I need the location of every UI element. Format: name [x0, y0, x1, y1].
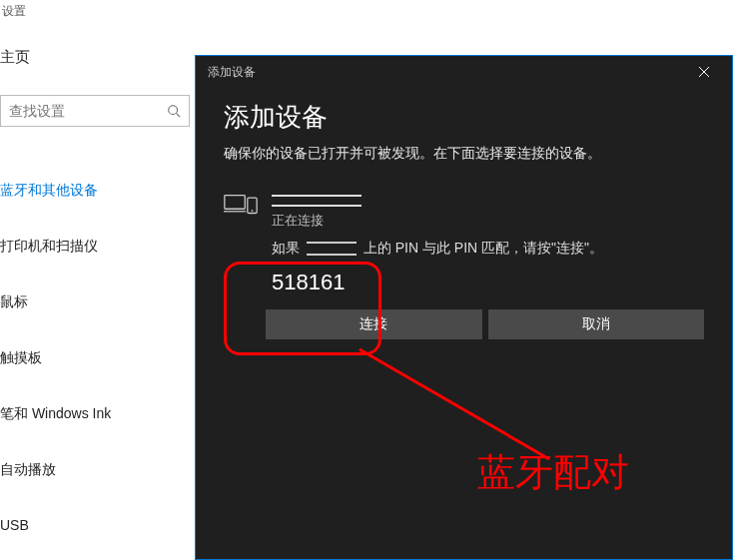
devices-icon	[224, 193, 258, 217]
dialog-titlebar: 添加设备	[196, 56, 732, 88]
device-row: 正在连接 如果 上的 PIN 与此 PIN 匹配，请按"连接"。 518161 …	[224, 191, 704, 339]
sidebar-item-printers[interactable]: 打印机和扫描仪	[0, 226, 200, 268]
pin-prompt: 如果 上的 PIN 与此 PIN 匹配，请按"连接"。	[272, 240, 704, 258]
svg-point-7	[252, 210, 254, 212]
redacted-text	[272, 197, 362, 205]
device-status: 正在连接	[272, 212, 704, 230]
svg-point-0	[169, 106, 178, 115]
app-label: 设置	[2, 3, 26, 20]
sidebar-item-usb[interactable]: USB	[0, 505, 200, 545]
pin-code: 518161	[272, 270, 704, 295]
sidebar-item-bluetooth[interactable]: 蓝牙和其他设备	[0, 170, 200, 212]
svg-line-1	[177, 114, 181, 118]
search-box[interactable]	[0, 95, 190, 127]
home-nav[interactable]: 主页	[0, 48, 30, 67]
sidebar-item-autoplay[interactable]: 自动播放	[0, 449, 200, 491]
close-icon	[698, 66, 710, 78]
cancel-button[interactable]: 取消	[488, 309, 705, 339]
dialog-titlebar-text: 添加设备	[208, 64, 256, 81]
redacted-text	[307, 242, 357, 256]
sidebar-item-touchpad[interactable]: 触摸板	[0, 337, 200, 379]
svg-rect-4	[225, 196, 245, 210]
sidebar-item-mouse[interactable]: 鼠标	[0, 281, 200, 323]
add-device-dialog: 添加设备 添加设备 确保你的设备已打开并可被发现。在下面选择要连接的设备。	[195, 55, 733, 560]
search-icon	[167, 104, 181, 118]
sidebar: 蓝牙和其他设备 打印机和扫描仪 鼠标 触摸板 笔和 Windows Ink 自动…	[0, 170, 200, 559]
dialog-heading: 添加设备	[224, 100, 704, 135]
sidebar-item-pen[interactable]: 笔和 Windows Ink	[0, 393, 200, 435]
dialog-description: 确保你的设备已打开并可被发现。在下面选择要连接的设备。	[224, 145, 704, 163]
connect-button[interactable]: 连接	[266, 309, 482, 339]
close-button[interactable]	[684, 58, 724, 86]
device-name	[272, 191, 704, 208]
search-input[interactable]	[9, 103, 149, 119]
